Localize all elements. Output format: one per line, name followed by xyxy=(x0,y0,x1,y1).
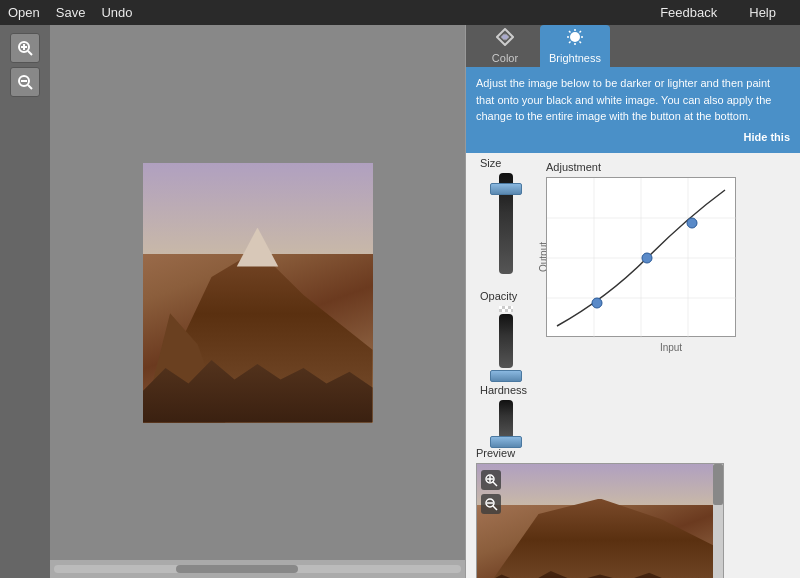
hide-this-button[interactable]: Hide this xyxy=(476,129,790,146)
svg-line-5 xyxy=(28,85,32,89)
svg-point-24 xyxy=(592,298,602,308)
svg-line-12 xyxy=(569,31,571,33)
curve-chart[interactable] xyxy=(546,177,736,337)
svg-point-23 xyxy=(687,218,697,228)
hardness-slider-handle[interactable] xyxy=(490,436,522,448)
svg-point-22 xyxy=(642,253,652,263)
hardness-slider-track[interactable] xyxy=(499,400,513,439)
adjustment-label: Adjustment xyxy=(546,161,796,173)
feedback-menu[interactable]: Feedback xyxy=(660,5,717,20)
opacity-slider-handle[interactable] xyxy=(490,370,522,382)
opacity-checker xyxy=(499,306,513,312)
svg-line-14 xyxy=(580,31,582,33)
tab-bar: Color xyxy=(466,25,800,67)
zoom-in-button[interactable] xyxy=(10,33,40,63)
opacity-slider-track[interactable] xyxy=(499,314,513,368)
left-toolbar xyxy=(0,25,50,578)
hardness-label: Hardness xyxy=(480,384,527,396)
preview-v-thumb[interactable] xyxy=(713,464,723,505)
size-slider-container: Size Opacity Hardness xyxy=(466,153,546,443)
canvas-area[interactable] xyxy=(50,25,465,560)
input-label: Input xyxy=(660,342,682,353)
svg-line-1 xyxy=(28,51,32,55)
right-panel: Color xyxy=(465,25,800,578)
tab-color[interactable]: Color xyxy=(470,25,540,67)
preview-image xyxy=(477,464,723,578)
image-container xyxy=(143,163,373,423)
brightness-icon xyxy=(566,28,584,50)
canvas-panel xyxy=(0,25,465,578)
curve-area: Adjustment Output xyxy=(546,153,800,443)
preview-v-scrollbar[interactable] xyxy=(713,464,723,578)
size-slider-track[interactable] xyxy=(499,173,513,274)
controls-wrapper: Size Opacity Hardness xyxy=(466,153,800,443)
menu-bar: Open Save Undo Feedback Help xyxy=(0,0,800,25)
h-scroll-track xyxy=(54,565,461,573)
save-menu[interactable]: Save xyxy=(56,5,86,20)
help-menu[interactable]: Help xyxy=(749,5,776,20)
opacity-label: Opacity xyxy=(480,290,517,302)
preview-section: Preview xyxy=(466,443,800,578)
svg-line-15 xyxy=(569,42,571,44)
horizontal-scrollbar[interactable] xyxy=(50,560,465,578)
tab-color-label: Color xyxy=(492,52,518,64)
h-scroll-thumb[interactable] xyxy=(176,565,298,573)
svg-line-26 xyxy=(493,482,497,486)
svg-line-13 xyxy=(580,42,582,44)
preview-zoom-in-button[interactable] xyxy=(481,470,501,490)
preview-label: Preview xyxy=(476,447,796,459)
preview-container xyxy=(476,463,724,578)
undo-menu[interactable]: Undo xyxy=(101,5,132,20)
preview-mountain xyxy=(477,499,723,579)
open-menu[interactable]: Open xyxy=(8,5,40,20)
zoom-out-button[interactable] xyxy=(10,67,40,97)
main-image xyxy=(143,163,373,423)
svg-line-30 xyxy=(493,506,497,510)
svg-point-7 xyxy=(570,32,580,42)
tab-brightness-label: Brightness xyxy=(549,52,601,64)
size-label: Size xyxy=(480,157,501,169)
color-icon xyxy=(496,28,514,50)
info-section: Adjust the image below to be darker or l… xyxy=(466,67,800,153)
info-text: Adjust the image below to be darker or l… xyxy=(476,75,790,125)
tab-brightness[interactable]: Brightness xyxy=(540,25,610,67)
preview-zoom-out-button[interactable] xyxy=(481,494,501,514)
size-slider-handle[interactable] xyxy=(490,183,522,195)
